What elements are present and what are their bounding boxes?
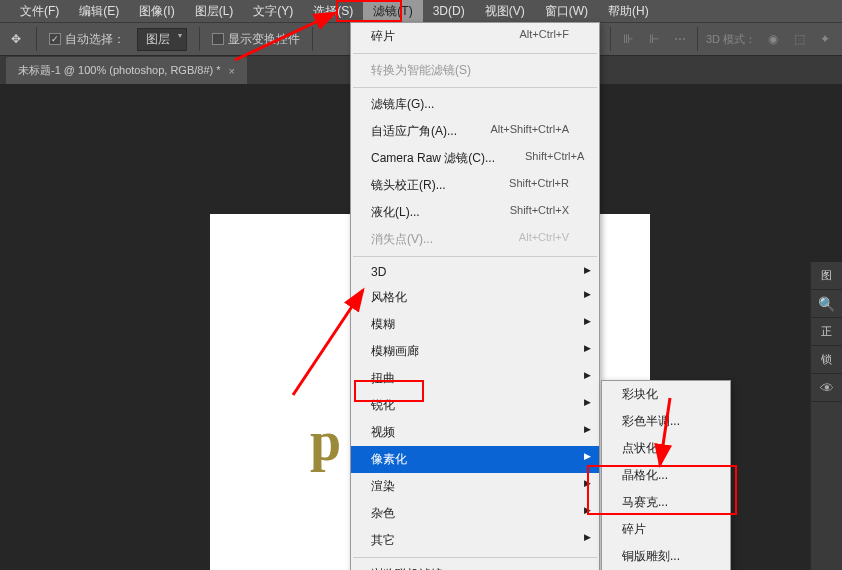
menu-view[interactable]: 视图(V)	[475, 0, 535, 23]
submenu-item-pointillize[interactable]: 点状化...	[602, 435, 730, 462]
mode-3d-label: 3D 模式：	[706, 32, 756, 47]
distribute-icon[interactable]: ⊪	[619, 30, 637, 48]
checkbox-icon: ✓	[49, 33, 61, 45]
menu-file[interactable]: 文件(F)	[10, 0, 69, 23]
filter-dropdown: 碎片 Alt+Ctrl+F 转换为智能滤镜(S) 滤镜库(G)... 自适应广角…	[350, 22, 600, 570]
canvas-text-left: p	[310, 409, 341, 473]
show-transform-checkbox[interactable]: 显示变换控件	[212, 31, 300, 48]
menu-item-distort[interactable]: 扭曲▶	[351, 365, 599, 392]
menu-item-sharpen[interactable]: 锐化▶	[351, 392, 599, 419]
menu-item-3d[interactable]: 3D▶	[351, 260, 599, 284]
menu-item-filter-gallery[interactable]: 滤镜库(G)...	[351, 91, 599, 118]
auto-select-checkbox[interactable]: ✓ 自动选择：	[49, 31, 125, 48]
layer-group-combo[interactable]: 图层	[137, 28, 187, 51]
menu-item-vanishing-point: 消失点(V)...Alt+Ctrl+V	[351, 226, 599, 253]
close-icon[interactable]: ×	[229, 65, 235, 77]
tab-title: 未标题-1 @ 100% (photoshop, RGB/8#) *	[18, 63, 221, 78]
more-icon[interactable]: ⋯	[671, 30, 689, 48]
move-tool-icon: ✥	[8, 31, 24, 47]
distribute-icon[interactable]: ⊩	[645, 30, 663, 48]
checkbox-icon	[212, 33, 224, 45]
auto-select-label: 自动选择：	[65, 31, 125, 48]
panel-label[interactable]: 锁	[811, 346, 842, 374]
menu-filter[interactable]: 滤镜(T)	[363, 0, 422, 23]
menu-3d[interactable]: 3D(D)	[423, 1, 475, 21]
menu-help[interactable]: 帮助(H)	[598, 0, 659, 23]
menu-item-blur[interactable]: 模糊▶	[351, 311, 599, 338]
menu-item-render[interactable]: 渲染▶	[351, 473, 599, 500]
submenu-item-facet[interactable]: 彩块化	[602, 381, 730, 408]
menu-item-pixelate[interactable]: 像素化▶	[351, 446, 599, 473]
submenu-item-mosaic[interactable]: 马赛克...	[602, 489, 730, 516]
panel-eye-icon[interactable]: 👁	[811, 374, 842, 402]
menu-item-last-filter[interactable]: 碎片 Alt+Ctrl+F	[351, 23, 599, 50]
submenu-item-mezzotint[interactable]: 铜版雕刻...	[602, 543, 730, 570]
menu-layer[interactable]: 图层(L)	[185, 0, 244, 23]
menu-item-other[interactable]: 其它▶	[351, 527, 599, 554]
menubar: 文件(F) 编辑(E) 图像(I) 图层(L) 文字(Y) 选择(S) 滤镜(T…	[0, 0, 842, 22]
submenu-item-fragment[interactable]: 碎片	[602, 516, 730, 543]
mode-3d-icon[interactable]: ✦	[816, 30, 834, 48]
menu-edit[interactable]: 编辑(E)	[69, 0, 129, 23]
pixelate-submenu: 彩块化 彩色半调... 点状化... 晶格化... 马赛克... 碎片 铜版雕刻…	[601, 380, 731, 570]
document-tab[interactable]: 未标题-1 @ 100% (photoshop, RGB/8#) * ×	[6, 57, 247, 84]
mode-3d-icon[interactable]: ◉	[764, 30, 782, 48]
show-transform-label: 显示变换控件	[228, 31, 300, 48]
menu-item-adaptive-wide[interactable]: 自适应广角(A)...Alt+Shift+Ctrl+A	[351, 118, 599, 145]
menu-item-video[interactable]: 视频▶	[351, 419, 599, 446]
panel-label[interactable]: 图	[811, 262, 842, 290]
menu-window[interactable]: 窗口(W)	[535, 0, 598, 23]
menu-item-stylize[interactable]: 风格化▶	[351, 284, 599, 311]
menu-item-liquify[interactable]: 液化(L)...Shift+Ctrl+X	[351, 199, 599, 226]
menu-item-browse-online[interactable]: 浏览联机滤镜...	[351, 561, 599, 570]
menu-item-noise[interactable]: 杂色▶	[351, 500, 599, 527]
menu-item-lens-correction[interactable]: 镜头校正(R)...Shift+Ctrl+R	[351, 172, 599, 199]
panel-search-icon[interactable]: 🔍	[811, 290, 842, 318]
menu-image[interactable]: 图像(I)	[129, 0, 184, 23]
menu-item-convert-smart: 转换为智能滤镜(S)	[351, 57, 599, 84]
right-panels: 图 🔍 正 锁 👁	[810, 262, 842, 570]
mode-3d-icon[interactable]: ⬚	[790, 30, 808, 48]
menu-item-camera-raw[interactable]: Camera Raw 滤镜(C)...Shift+Ctrl+A	[351, 145, 599, 172]
submenu-item-color-halftone[interactable]: 彩色半调...	[602, 408, 730, 435]
menu-select[interactable]: 选择(S)	[303, 0, 363, 23]
panel-label[interactable]: 正	[811, 318, 842, 346]
menu-item-blur-gallery[interactable]: 模糊画廊▶	[351, 338, 599, 365]
submenu-item-crystallize[interactable]: 晶格化...	[602, 462, 730, 489]
menu-type[interactable]: 文字(Y)	[243, 0, 303, 23]
